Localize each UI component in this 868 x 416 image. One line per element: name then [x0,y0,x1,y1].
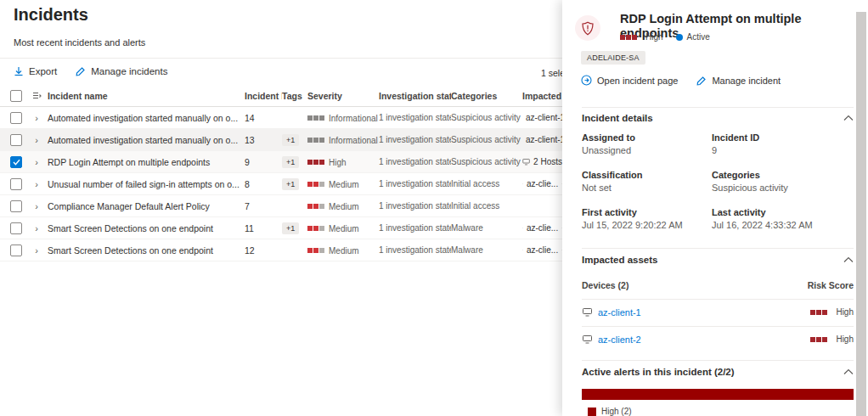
device-link[interactable]: az-client-2 [582,334,641,345]
impacted-assets: 2 Hosts [522,157,562,166]
investigation-state: 1 investigation states [379,223,451,233]
impacted-assets-section-header: Impacted assets [582,255,854,265]
selected-count: 1 sele [541,68,565,78]
legend-high-swatch [588,408,596,416]
investigation-state: 1 investigation states [379,245,451,255]
tag-chip: +1 [282,178,299,190]
field-classification: Classification Not set [582,170,712,193]
legend-high-label: High (2) [601,407,632,416]
severity-indicator [307,204,324,209]
table-row[interactable]: › Compliance Manager Default Alert Polic… [0,195,562,217]
incidents-screen: Incidents Most recent incidents and aler… [0,0,868,416]
investigation-state: 1 investigation states [379,157,451,166]
investigation-state: 1 investigation states [379,179,451,188]
col-categories[interactable]: Categories [451,91,522,101]
table-row[interactable]: › Automated investigation started manual… [0,107,562,129]
severity-indicator [810,337,827,342]
severity-indicator [307,248,324,253]
row-checkbox[interactable] [10,245,22,256]
table-row[interactable]: › Automated investigation started manual… [0,129,562,151]
row-expand-chevron-icon[interactable]: › [25,223,48,233]
device-icon [582,334,593,344]
severity-label: Medium [329,224,359,233]
export-label: Export [29,66,57,76]
field-incident-id: Incident ID 9 [712,132,854,155]
row-expand-chevron-icon[interactable]: › [25,113,48,123]
row-checkbox[interactable] [10,134,22,146]
col-investigation-state[interactable]: Investigation state [379,91,451,101]
severity-label: High [329,158,347,167]
incident-shield-icon [575,15,600,41]
categories: Suspicious activity [451,135,522,144]
col-tags[interactable]: Tags [282,91,307,101]
col-incident-id[interactable]: Incident Id [245,91,282,101]
table-row[interactable]: › Smart Screen Detections on one endpoin… [0,217,562,239]
incidents-main: Incidents Most recent incidents and aler… [0,0,562,416]
col-impacted-assets[interactable]: Impacted assets [522,91,562,101]
panel-severity-status: High Active [620,32,710,42]
incident-id: 11 [245,223,282,233]
scrollbar-thumb[interactable] [856,12,866,416]
page-title: Incidents [14,5,88,25]
select-all-checkbox[interactable] [10,90,22,102]
tag-chip: +1 [282,222,299,234]
severity-indicator [307,182,324,187]
device-icon [582,307,593,317]
incident-name: Smart Screen Detections on one endpoint [48,245,245,256]
severity-indicator [307,160,324,165]
severity-indicator [307,115,324,121]
divider [582,360,854,361]
col-incident-name[interactable]: Incident name [48,91,245,101]
tag-chip: +1 [282,134,299,146]
severity-label: Informational [329,136,378,145]
device-link[interactable]: az-client-1 [582,307,641,318]
severity-label: Informational [329,114,378,123]
severity-label: Medium [329,202,359,211]
field-assigned-to: Assigned to Unassigned [582,132,712,155]
manage-incidents-label: Manage incidents [91,66,167,76]
collapse-chevron-icon[interactable] [843,115,854,121]
export-button[interactable]: Export [14,66,57,76]
row-checkbox[interactable] [10,112,22,124]
row-checkbox[interactable] [10,222,22,234]
alerts-severity-bar [582,389,854,400]
incident-tag-chip: ADELAIDE-SA [581,51,645,65]
divider [582,248,854,249]
panel-scrollbar[interactable] [856,12,866,416]
manage-incident-button[interactable]: Manage incident [696,75,781,86]
incident-name: Unusual number of failed sign-in attempt… [48,179,245,189]
investigation-state: 1 investigation states [379,201,451,211]
categories: Malware [451,245,522,255]
risk-score-label: Risk Score [808,280,854,290]
collapse-chevron-icon[interactable] [843,368,854,375]
impacted-assets: az-clie... [522,179,562,188]
row-expand-chevron-icon[interactable]: › [25,245,48,256]
active-alerts-section-header: Active alerts in this incident (2/2) [582,367,854,377]
investigation-state: 1 investigation states [379,135,451,144]
expand-all-icon[interactable] [25,91,48,100]
manage-incidents-button[interactable]: Manage incidents [76,66,167,76]
table-row[interactable]: › RDP Login Attempt on multiple endpoint… [0,151,562,173]
row-checkbox[interactable] [10,156,22,168]
row-checkbox[interactable] [10,178,22,190]
incident-rows: › Automated investigation started manual… [0,107,562,261]
col-severity[interactable]: Severity [307,91,379,101]
panel-status-label: Active [687,32,710,42]
severity-indicator [810,310,827,315]
severity-indicator [307,226,324,231]
row-expand-chevron-icon[interactable]: › [25,201,48,211]
row-expand-chevron-icon[interactable]: › [25,157,48,167]
incident-id: 7 [245,201,282,211]
open-incident-page-button[interactable]: Open incident page [581,75,678,86]
table-row[interactable]: › Unusual number of failed sign-in attem… [0,173,562,195]
row-checkbox[interactable] [10,200,22,212]
impacted-assets: az-clie... [522,245,562,255]
table-row[interactable]: › Smart Screen Detections on one endpoin… [0,239,562,261]
row-expand-chevron-icon[interactable]: › [25,179,48,189]
active-alerts-heading: Active alerts in this incident (2/2) [582,367,735,377]
impacted-assets-heading: Impacted assets [582,255,658,265]
collapse-chevron-icon[interactable] [843,256,854,263]
device-icon [522,223,523,233]
incident-name: RDP Login Attempt on multiple endpoints [48,157,245,167]
row-expand-chevron-icon[interactable]: › [25,135,48,145]
